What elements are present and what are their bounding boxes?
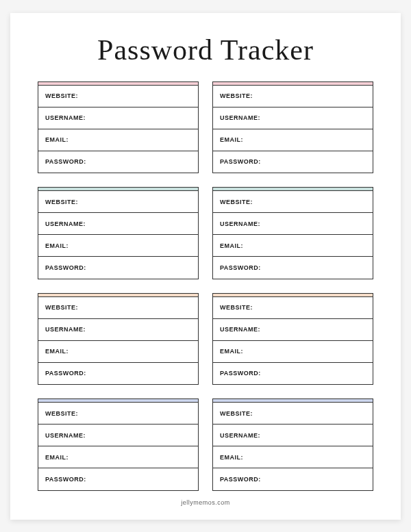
username-label: USERNAME:	[45, 114, 86, 121]
field-row: USERNAME:	[213, 424, 373, 446]
field-row: USERNAME:	[213, 212, 373, 234]
page-title: Password Tracker	[38, 34, 373, 66]
password-card: WEBSITE: USERNAME: EMAIL: PASSWORD:	[38, 187, 199, 279]
field-row: WEBSITE:	[38, 190, 198, 212]
website-label: WEBSITE:	[45, 410, 78, 417]
username-label: USERNAME:	[45, 220, 86, 227]
cards-grid: WEBSITE: USERNAME: EMAIL: PASSWORD: WEBS…	[38, 81, 373, 491]
password-label: PASSWORD:	[220, 476, 261, 483]
field-row: PASSWORD:	[213, 468, 373, 490]
field-row: PASSWORD:	[38, 151, 198, 173]
field-row: EMAIL:	[213, 234, 373, 256]
website-label: WEBSITE:	[45, 304, 78, 311]
password-label: PASSWORD:	[220, 158, 261, 165]
field-row: EMAIL:	[38, 446, 198, 468]
username-label: USERNAME:	[45, 326, 86, 333]
password-card: WEBSITE: USERNAME: EMAIL: PASSWORD:	[212, 187, 373, 279]
password-label: PASSWORD:	[45, 370, 86, 377]
password-card: WEBSITE: USERNAME: EMAIL: PASSWORD:	[212, 81, 373, 174]
field-row: PASSWORD:	[213, 151, 373, 173]
field-row: EMAIL:	[213, 446, 373, 468]
field-row: PASSWORD:	[213, 256, 373, 278]
field-row: EMAIL:	[213, 340, 373, 362]
email-label: EMAIL:	[220, 348, 243, 355]
field-row: EMAIL:	[38, 234, 198, 256]
field-row: WEBSITE:	[38, 85, 198, 107]
field-row: WEBSITE:	[38, 296, 198, 318]
email-label: EMAIL:	[45, 454, 68, 461]
username-label: USERNAME:	[220, 220, 260, 227]
password-label: PASSWORD:	[220, 370, 261, 377]
username-label: USERNAME:	[220, 432, 260, 439]
field-row: USERNAME:	[38, 107, 198, 129]
email-label: EMAIL:	[220, 242, 243, 249]
field-row: USERNAME:	[38, 212, 198, 234]
username-label: USERNAME:	[220, 326, 260, 333]
password-label: PASSWORD:	[45, 476, 86, 483]
field-row: PASSWORD:	[38, 362, 198, 384]
email-label: EMAIL:	[220, 136, 243, 143]
website-label: WEBSITE:	[45, 92, 78, 99]
email-label: EMAIL:	[220, 454, 243, 461]
field-row: WEBSITE:	[213, 85, 373, 107]
field-row: EMAIL:	[213, 129, 373, 151]
website-label: WEBSITE:	[45, 199, 78, 205]
field-row: WEBSITE:	[213, 402, 373, 424]
email-label: EMAIL:	[45, 136, 68, 143]
field-row: WEBSITE:	[213, 296, 373, 318]
username-label: USERNAME:	[220, 114, 260, 121]
website-label: WEBSITE:	[220, 92, 253, 99]
email-label: EMAIL:	[45, 348, 68, 355]
field-row: USERNAME:	[213, 318, 373, 340]
field-row: PASSWORD:	[213, 362, 373, 384]
password-card: WEBSITE: USERNAME: EMAIL: PASSWORD:	[212, 293, 373, 385]
footer-text: jellymemos.com	[38, 499, 373, 506]
field-row: EMAIL:	[38, 129, 198, 151]
password-card: WEBSITE: USERNAME: EMAIL: PASSWORD:	[212, 398, 373, 491]
field-row: PASSWORD:	[38, 468, 198, 490]
field-row: PASSWORD:	[38, 256, 198, 278]
username-label: USERNAME:	[45, 432, 86, 439]
email-label: EMAIL:	[45, 242, 68, 249]
website-label: WEBSITE:	[220, 199, 253, 205]
field-row: USERNAME:	[38, 318, 198, 340]
password-label: PASSWORD:	[45, 264, 86, 271]
field-row: WEBSITE:	[213, 190, 373, 212]
password-card: WEBSITE: USERNAME: EMAIL: PASSWORD:	[38, 293, 199, 385]
field-row: USERNAME:	[38, 424, 198, 446]
website-label: WEBSITE:	[220, 304, 253, 311]
password-card: WEBSITE: USERNAME: EMAIL: PASSWORD:	[38, 81, 199, 174]
page-container: Password Tracker WEBSITE: USERNAME: EMAI…	[10, 13, 401, 520]
field-row: EMAIL:	[38, 340, 198, 362]
field-row: USERNAME:	[213, 107, 373, 129]
password-card: WEBSITE: USERNAME: EMAIL: PASSWORD:	[38, 398, 199, 491]
password-label: PASSWORD:	[45, 158, 86, 165]
website-label: WEBSITE:	[220, 410, 253, 417]
field-row: WEBSITE:	[38, 402, 198, 424]
password-label: PASSWORD:	[220, 264, 261, 271]
